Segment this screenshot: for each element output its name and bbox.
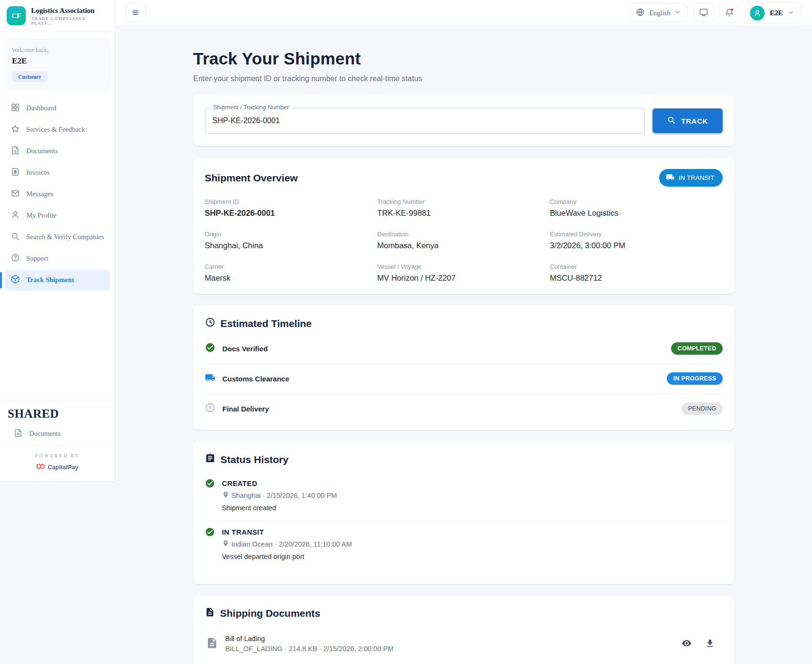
sidebar-item-label: Dashboard xyxy=(26,104,56,112)
overview-field-shipment-id: Shipment IDSHP-KE-2026-0001 xyxy=(205,198,377,218)
welcome-user: E2E xyxy=(12,56,103,66)
document-meta: BILL_OF_LADING · 214.8 KB · 2/15/2026, 2… xyxy=(225,645,674,653)
history-entry-created: CREATED Shanghai · 2/15/2026, 1:40:00 PM… xyxy=(205,473,723,521)
sidebar-item-search-verify-companies[interactable]: Search & Verify Companies xyxy=(5,227,110,248)
check-circle-icon xyxy=(205,478,215,512)
invoice-icon: $ xyxy=(11,167,20,179)
shipment-status-badge: IN TRANSIT xyxy=(659,169,723,187)
sidebar-item-track-shipment[interactable]: Track Shipment xyxy=(5,270,110,291)
history-title: Status History xyxy=(221,454,288,465)
overview-field-origin: OriginShanghai, China xyxy=(205,231,377,250)
clipboard-icon xyxy=(205,453,215,466)
sidebar-item-my-profile[interactable]: My Profile xyxy=(5,205,110,226)
tracking-search-card: Shipment / Tracking Number TRACK xyxy=(193,95,734,146)
status-badge-label: IN TRANSIT xyxy=(679,174,715,181)
check-circle-icon xyxy=(205,527,215,560)
shared-item-documents[interactable]: Documents xyxy=(8,423,107,444)
sidebar-item-label: Support xyxy=(26,254,48,263)
search-icon xyxy=(667,116,676,126)
dashboard-icon xyxy=(11,103,20,114)
clock-icon xyxy=(205,402,215,415)
globe-icon xyxy=(636,8,645,19)
view-document-button[interactable] xyxy=(682,638,692,650)
sidebar-item-messages[interactable]: Messages xyxy=(5,184,110,205)
timeline-step-docs-verified: Docs Verified COMPLETED xyxy=(205,334,723,364)
tracking-number-field-label: Shipment / Tracking Number xyxy=(211,104,292,111)
powered-by-label: POWERED BY xyxy=(0,453,115,458)
overview-field-tracking-number: Tracking NumberTRK-KE-99881 xyxy=(377,198,550,218)
language-label: English xyxy=(649,9,670,17)
document-icon xyxy=(13,428,23,440)
monitor-icon xyxy=(699,8,708,19)
timeline-step-status-badge: IN PROGRESS xyxy=(667,372,722,385)
page-subtitle: Enter your shipment ID or tracking numbe… xyxy=(193,74,734,83)
brand: CF Logistics Association TRADE COMPLIANC… xyxy=(0,0,115,32)
history-entry-in-transit: IN TRANSIT Indian Ocean · 2/20/2026, 11:… xyxy=(205,521,723,573)
hamburger-menu-button[interactable] xyxy=(126,3,146,22)
user-menu-button[interactable]: E2E xyxy=(745,2,801,24)
sidebar-item-services-feedback[interactable]: Services & Feedback xyxy=(5,119,110,140)
sidebar-item-label: Search & Verify Companies xyxy=(26,233,104,241)
shared-item-label: Documents xyxy=(29,430,61,438)
tracking-number-field-wrapper: Shipment / Tracking Number xyxy=(205,108,645,134)
notifications-button[interactable] xyxy=(719,3,739,22)
hamburger-icon xyxy=(131,8,140,19)
truck-icon xyxy=(666,173,674,183)
main-area: English E2E Track Your S xyxy=(115,0,812,664)
timeline-step-final-delivery: Final Delivery PENDING xyxy=(205,394,723,419)
sidebar-nav: Dashboard Services & Feedback Documents … xyxy=(0,95,115,291)
shared-section: SHARED Documents xyxy=(0,401,115,446)
page-title: Track Your Shipment xyxy=(193,49,734,68)
display-mode-button[interactable] xyxy=(694,3,714,22)
estimated-timeline-card: Estimated Timeline Docs Verified COMPLET… xyxy=(193,306,734,430)
track-button[interactable]: TRACK xyxy=(652,108,723,133)
download-document-button[interactable] xyxy=(705,638,715,650)
timeline-title: Estimated Timeline xyxy=(221,318,312,329)
sidebar-item-label: Track Shipment xyxy=(26,276,74,284)
sidebar-item-label: Messages xyxy=(26,190,53,198)
clock-icon xyxy=(205,317,215,330)
download-icon xyxy=(705,638,715,650)
welcome-card: Welcome back, E2E Customer xyxy=(5,39,110,90)
topbar-controls: English E2E xyxy=(629,2,801,24)
overview-title: Shipment Overview xyxy=(205,172,298,184)
timeline-step-label: Final Delivery xyxy=(223,405,269,413)
sidebar-footer: POWERED BY CapitalPay xyxy=(0,446,115,479)
status-history-card: Status History CREATED Shanghai · 2/15/2… xyxy=(193,442,734,584)
overview-field-carrier: CarrierMaersk xyxy=(205,263,377,283)
sidebar-item-documents[interactable]: Documents xyxy=(5,141,110,162)
role-badge: Customer xyxy=(12,72,48,82)
overview-field-destination: DestinationMombasa, Kenya xyxy=(377,231,550,250)
chevron-down-icon xyxy=(788,9,794,17)
truck-icon xyxy=(205,372,215,385)
user-name: E2E xyxy=(769,9,783,17)
language-selector[interactable]: English xyxy=(629,3,688,22)
documents-title: Shipping Documents xyxy=(220,608,321,619)
timeline-step-customs-clearance: Customs Clearance IN PROGRESS xyxy=(205,364,723,394)
map-pin-icon xyxy=(222,491,229,500)
welcome-greeting: Welcome back, xyxy=(12,47,103,54)
svg-text:$: $ xyxy=(14,169,16,174)
package-icon xyxy=(11,274,20,286)
history-entry-status: CREATED xyxy=(222,478,337,487)
sidebar-item-invoices[interactable]: $ Invoices xyxy=(5,162,110,183)
sidebar-item-dashboard[interactable]: Dashboard xyxy=(5,98,110,119)
timeline-step-label: Customs Clearance xyxy=(223,375,289,383)
star-icon xyxy=(11,124,20,136)
sidebar-item-label: Services & Feedback xyxy=(26,126,85,134)
tracking-number-input[interactable] xyxy=(213,116,638,125)
content: Track Your Shipment Enter your shipment … xyxy=(115,26,812,664)
brand-logo: CF xyxy=(7,6,26,25)
timeline-step-status-badge: PENDING xyxy=(682,402,722,415)
map-pin-icon xyxy=(222,540,229,548)
check-circle-icon xyxy=(205,342,215,355)
shared-nav: Documents xyxy=(8,423,107,444)
history-entry-description: Shipment created xyxy=(222,504,337,512)
sidebar-item-support[interactable]: Support xyxy=(5,248,110,269)
document-icon xyxy=(11,146,20,157)
shipping-documents-card: Shipping Documents Bill of Lading BILL_O… xyxy=(193,596,734,664)
timeline-step-label: Docs Verified xyxy=(223,345,268,353)
history-entry-description: Vessel departed origin port xyxy=(222,553,352,560)
history-entry-meta: Indian Ocean · 2/20/2026, 11:10:00 AM xyxy=(232,540,352,548)
search-icon xyxy=(11,232,20,243)
